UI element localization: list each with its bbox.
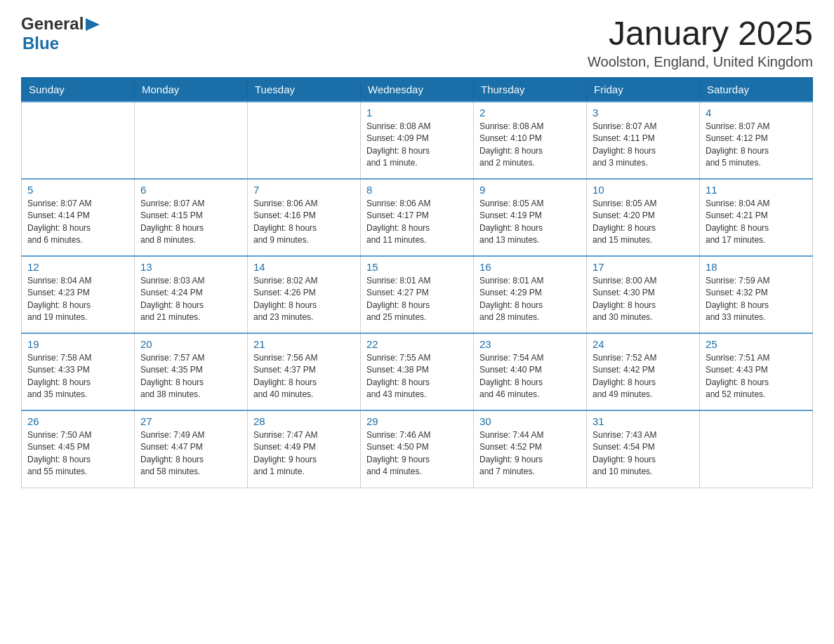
svg-marker-0 <box>86 18 100 31</box>
calendar-cell: 20Sunrise: 7:57 AM Sunset: 4:35 PM Dayli… <box>135 333 248 410</box>
calendar-cell: 18Sunrise: 7:59 AM Sunset: 4:32 PM Dayli… <box>700 256 813 333</box>
calendar-day-header: Sunday <box>22 78 135 102</box>
calendar-week-row: 12Sunrise: 8:04 AM Sunset: 4:23 PM Dayli… <box>22 256 813 333</box>
calendar-cell: 5Sunrise: 8:07 AM Sunset: 4:14 PM Daylig… <box>22 179 135 256</box>
calendar-cell: 26Sunrise: 7:50 AM Sunset: 4:45 PM Dayli… <box>22 410 135 488</box>
day-number: 1 <box>366 107 468 119</box>
day-number: 4 <box>706 107 807 119</box>
calendar-cell <box>135 102 248 179</box>
day-info: Sunrise: 7:46 AM Sunset: 4:50 PM Dayligh… <box>366 429 468 478</box>
day-number: 30 <box>479 415 581 427</box>
calendar-cell: 19Sunrise: 7:58 AM Sunset: 4:33 PM Dayli… <box>22 333 135 410</box>
day-info: Sunrise: 8:07 AM Sunset: 4:15 PM Dayligh… <box>140 198 241 247</box>
day-number: 8 <box>366 184 468 196</box>
day-number: 11 <box>706 184 807 196</box>
day-number: 7 <box>253 184 355 196</box>
logo: General Blue <box>21 14 100 53</box>
day-info: Sunrise: 7:47 AM Sunset: 4:49 PM Dayligh… <box>253 429 355 478</box>
day-info: Sunrise: 8:04 AM Sunset: 4:21 PM Dayligh… <box>706 198 807 247</box>
day-number: 28 <box>253 415 355 427</box>
day-number: 5 <box>27 184 128 196</box>
day-number: 29 <box>366 415 468 427</box>
calendar-cell: 15Sunrise: 8:01 AM Sunset: 4:27 PM Dayli… <box>361 256 474 333</box>
logo-arrow-icon <box>86 18 100 34</box>
title-block: January 2025 Woolston, England, United K… <box>588 14 813 70</box>
calendar-cell: 1Sunrise: 8:08 AM Sunset: 4:09 PM Daylig… <box>361 102 474 179</box>
calendar-day-header: Thursday <box>474 78 587 102</box>
day-number: 18 <box>706 261 807 273</box>
calendar-cell: 27Sunrise: 7:49 AM Sunset: 4:47 PM Dayli… <box>135 410 248 488</box>
calendar-cell: 11Sunrise: 8:04 AM Sunset: 4:21 PM Dayli… <box>700 179 813 256</box>
calendar-cell: 31Sunrise: 7:43 AM Sunset: 4:54 PM Dayli… <box>587 410 700 488</box>
day-number: 9 <box>479 184 581 196</box>
day-info: Sunrise: 8:06 AM Sunset: 4:16 PM Dayligh… <box>253 198 355 247</box>
calendar-cell: 16Sunrise: 8:01 AM Sunset: 4:29 PM Dayli… <box>474 256 587 333</box>
day-info: Sunrise: 8:07 AM Sunset: 4:14 PM Dayligh… <box>27 198 128 247</box>
calendar-cell: 2Sunrise: 8:08 AM Sunset: 4:10 PM Daylig… <box>474 102 587 179</box>
day-number: 19 <box>27 338 128 350</box>
calendar-week-row: 26Sunrise: 7:50 AM Sunset: 4:45 PM Dayli… <box>22 410 813 488</box>
day-info: Sunrise: 8:02 AM Sunset: 4:26 PM Dayligh… <box>253 275 355 324</box>
location-text: Woolston, England, United Kingdom <box>588 54 813 70</box>
day-info: Sunrise: 8:08 AM Sunset: 4:09 PM Dayligh… <box>366 121 468 170</box>
day-info: Sunrise: 7:50 AM Sunset: 4:45 PM Dayligh… <box>27 429 128 478</box>
calendar-cell: 17Sunrise: 8:00 AM Sunset: 4:30 PM Dayli… <box>587 256 700 333</box>
calendar-week-row: 5Sunrise: 8:07 AM Sunset: 4:14 PM Daylig… <box>22 179 813 256</box>
day-number: 23 <box>479 338 581 350</box>
calendar-cell: 23Sunrise: 7:54 AM Sunset: 4:40 PM Dayli… <box>474 333 587 410</box>
calendar-cell: 22Sunrise: 7:55 AM Sunset: 4:38 PM Dayli… <box>361 333 474 410</box>
calendar-table: SundayMondayTuesdayWednesdayThursdayFrid… <box>21 77 813 488</box>
calendar-cell: 3Sunrise: 8:07 AM Sunset: 4:11 PM Daylig… <box>587 102 700 179</box>
calendar-day-header: Saturday <box>700 78 813 102</box>
calendar-cell: 12Sunrise: 8:04 AM Sunset: 4:23 PM Dayli… <box>22 256 135 333</box>
day-info: Sunrise: 8:07 AM Sunset: 4:11 PM Dayligh… <box>593 121 694 170</box>
calendar-cell: 28Sunrise: 7:47 AM Sunset: 4:49 PM Dayli… <box>248 410 361 488</box>
day-number: 3 <box>593 107 694 119</box>
calendar-cell: 8Sunrise: 8:06 AM Sunset: 4:17 PM Daylig… <box>361 179 474 256</box>
logo-general-text: General <box>21 14 84 34</box>
day-info: Sunrise: 7:49 AM Sunset: 4:47 PM Dayligh… <box>140 429 241 478</box>
day-info: Sunrise: 7:58 AM Sunset: 4:33 PM Dayligh… <box>27 352 128 401</box>
calendar-cell: 9Sunrise: 8:05 AM Sunset: 4:19 PM Daylig… <box>474 179 587 256</box>
calendar-cell: 21Sunrise: 7:56 AM Sunset: 4:37 PM Dayli… <box>248 333 361 410</box>
day-info: Sunrise: 7:51 AM Sunset: 4:43 PM Dayligh… <box>706 352 807 401</box>
day-info: Sunrise: 8:05 AM Sunset: 4:19 PM Dayligh… <box>479 198 581 247</box>
day-info: Sunrise: 7:56 AM Sunset: 4:37 PM Dayligh… <box>253 352 355 401</box>
day-number: 6 <box>140 184 241 196</box>
day-number: 25 <box>706 338 807 350</box>
day-info: Sunrise: 8:06 AM Sunset: 4:17 PM Dayligh… <box>366 198 468 247</box>
day-info: Sunrise: 8:01 AM Sunset: 4:29 PM Dayligh… <box>479 275 581 324</box>
day-info: Sunrise: 8:00 AM Sunset: 4:30 PM Dayligh… <box>593 275 694 324</box>
month-title: January 2025 <box>588 14 813 53</box>
calendar-cell <box>22 102 135 179</box>
calendar-header-row: SundayMondayTuesdayWednesdayThursdayFrid… <box>22 78 813 102</box>
calendar-cell: 6Sunrise: 8:07 AM Sunset: 4:15 PM Daylig… <box>135 179 248 256</box>
day-info: Sunrise: 8:04 AM Sunset: 4:23 PM Dayligh… <box>27 275 128 324</box>
day-info: Sunrise: 8:08 AM Sunset: 4:10 PM Dayligh… <box>479 121 581 170</box>
day-number: 24 <box>593 338 694 350</box>
day-info: Sunrise: 7:55 AM Sunset: 4:38 PM Dayligh… <box>366 352 468 401</box>
calendar-cell: 4Sunrise: 8:07 AM Sunset: 4:12 PM Daylig… <box>700 102 813 179</box>
day-number: 14 <box>253 261 355 273</box>
day-info: Sunrise: 7:57 AM Sunset: 4:35 PM Dayligh… <box>140 352 241 401</box>
day-number: 31 <box>593 415 694 427</box>
day-number: 2 <box>479 107 581 119</box>
calendar-cell: 29Sunrise: 7:46 AM Sunset: 4:50 PM Dayli… <box>361 410 474 488</box>
calendar-week-row: 1Sunrise: 8:08 AM Sunset: 4:09 PM Daylig… <box>22 102 813 179</box>
calendar-day-header: Friday <box>587 78 700 102</box>
calendar-cell: 13Sunrise: 8:03 AM Sunset: 4:24 PM Dayli… <box>135 256 248 333</box>
day-info: Sunrise: 8:01 AM Sunset: 4:27 PM Dayligh… <box>366 275 468 324</box>
day-number: 22 <box>366 338 468 350</box>
page-header: General Blue January 2025 Woolston, Engl… <box>21 14 813 70</box>
calendar-cell: 7Sunrise: 8:06 AM Sunset: 4:16 PM Daylig… <box>248 179 361 256</box>
calendar-cell: 14Sunrise: 8:02 AM Sunset: 4:26 PM Dayli… <box>248 256 361 333</box>
day-number: 20 <box>140 338 241 350</box>
day-info: Sunrise: 7:44 AM Sunset: 4:52 PM Dayligh… <box>479 429 581 478</box>
calendar-cell: 30Sunrise: 7:44 AM Sunset: 4:52 PM Dayli… <box>474 410 587 488</box>
day-info: Sunrise: 7:54 AM Sunset: 4:40 PM Dayligh… <box>479 352 581 401</box>
day-number: 15 <box>366 261 468 273</box>
day-number: 27 <box>140 415 241 427</box>
day-info: Sunrise: 7:59 AM Sunset: 4:32 PM Dayligh… <box>706 275 807 324</box>
calendar-cell: 25Sunrise: 7:51 AM Sunset: 4:43 PM Dayli… <box>700 333 813 410</box>
day-number: 13 <box>140 261 241 273</box>
